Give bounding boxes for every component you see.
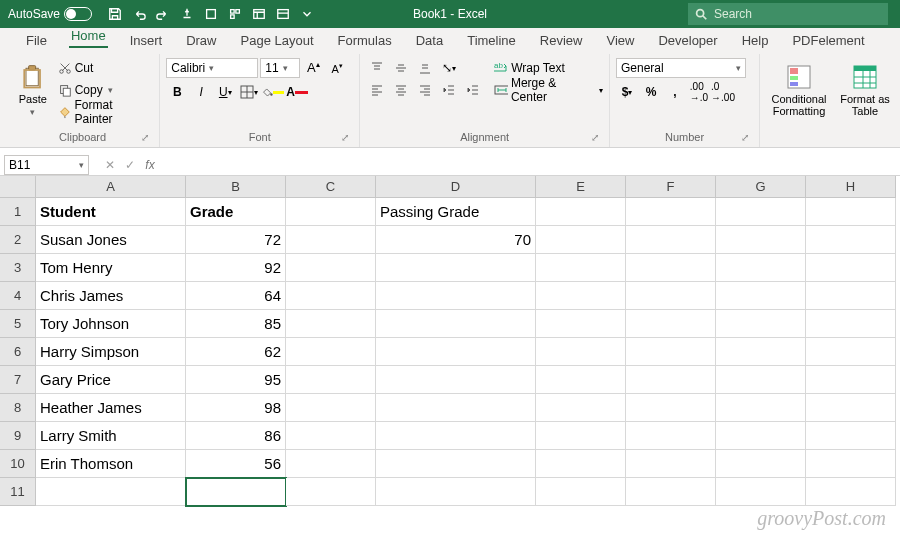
number-format-combo[interactable]: General▾ [616,58,746,78]
clipboard-launcher-icon[interactable]: ⤢ [141,132,149,143]
cell[interactable]: 64 [186,282,286,310]
cancel-formula-icon[interactable]: ✕ [101,158,119,172]
paste-button[interactable]: Paste ▾ [12,58,54,122]
cell[interactable]: Gary Price [36,366,186,394]
cell[interactable] [536,478,626,506]
cell[interactable]: Erin Thomson [36,450,186,478]
cell[interactable] [806,282,896,310]
orientation-icon[interactable]: ⤡▾ [438,58,460,78]
cell[interactable] [286,422,376,450]
cell[interactable] [626,394,716,422]
cell[interactable] [626,366,716,394]
align-center-icon[interactable] [390,80,412,100]
cell[interactable] [806,394,896,422]
name-box[interactable]: B11▾ [4,155,89,175]
redo-icon[interactable] [152,3,174,25]
tab-help[interactable]: Help [730,29,781,54]
tab-view[interactable]: View [594,29,646,54]
number-launcher-icon[interactable]: ⤢ [741,132,749,143]
cell[interactable] [286,310,376,338]
align-left-icon[interactable] [366,80,388,100]
shrink-font-icon[interactable]: A▾ [326,58,348,78]
bold-button[interactable]: B [166,82,188,102]
font-color-button[interactable]: A [286,82,308,102]
row-header[interactable]: 4 [0,282,36,310]
tab-pdfelement[interactable]: PDFelement [780,29,876,54]
cell[interactable] [806,254,896,282]
row-header[interactable]: 10 [0,450,36,478]
spreadsheet-grid[interactable]: ABCDEFGH1StudentGradePassing Grade2Susan… [0,176,900,506]
cut-button[interactable]: Cut [58,58,154,78]
cell[interactable] [286,226,376,254]
row-header[interactable]: 2 [0,226,36,254]
column-header[interactable]: D [376,176,536,198]
cell[interactable] [536,338,626,366]
cell[interactable] [376,254,536,282]
comma-icon[interactable]: , [664,82,686,102]
copy-button[interactable]: Copy▾ [58,80,154,100]
cell[interactable] [186,478,286,506]
cell[interactable] [376,282,536,310]
fx-icon[interactable]: fx [141,158,159,172]
cell[interactable] [626,338,716,366]
cell[interactable] [376,310,536,338]
decrease-decimal-icon[interactable]: .0→.00 [712,82,734,102]
column-header[interactable]: H [806,176,896,198]
indent-increase-icon[interactable] [462,80,484,100]
cell[interactable] [806,338,896,366]
percent-icon[interactable]: % [640,82,662,102]
cell[interactable] [716,422,806,450]
cell[interactable] [806,422,896,450]
cell[interactable] [286,254,376,282]
cell[interactable] [286,282,376,310]
row-header[interactable]: 6 [0,338,36,366]
cell[interactable] [286,338,376,366]
cell[interactable] [376,338,536,366]
cell[interactable] [536,198,626,226]
merge-center-button[interactable]: Merge & Center▾ [494,80,603,100]
cell[interactable] [716,338,806,366]
column-header[interactable]: B [186,176,286,198]
tab-pagelayout[interactable]: Page Layout [229,29,326,54]
tab-formulas[interactable]: Formulas [326,29,404,54]
cell[interactable] [376,422,536,450]
cell[interactable] [806,198,896,226]
search-box[interactable] [688,3,888,25]
cell[interactable] [626,254,716,282]
row-header[interactable]: 8 [0,394,36,422]
cell[interactable]: 85 [186,310,286,338]
cell[interactable] [626,478,716,506]
cell[interactable] [536,254,626,282]
cell[interactable] [716,226,806,254]
cell[interactable] [626,282,716,310]
tab-file[interactable]: File [14,29,59,54]
tab-draw[interactable]: Draw [174,29,228,54]
format-as-table-button[interactable]: Format as Table [836,58,894,122]
row-header[interactable]: 7 [0,366,36,394]
cell[interactable] [286,198,376,226]
tab-home[interactable]: Home [59,24,118,54]
cell[interactable] [716,366,806,394]
cell[interactable] [286,450,376,478]
alignment-launcher-icon[interactable]: ⤢ [591,132,599,143]
row-header[interactable]: 3 [0,254,36,282]
qat7-icon[interactable] [248,3,270,25]
cell[interactable]: 72 [186,226,286,254]
cell[interactable] [536,450,626,478]
cell[interactable] [716,450,806,478]
cell[interactable] [716,254,806,282]
cell[interactable] [806,478,896,506]
cell[interactable] [716,282,806,310]
cell[interactable]: 86 [186,422,286,450]
indent-decrease-icon[interactable] [438,80,460,100]
align-right-icon[interactable] [414,80,436,100]
column-header[interactable]: F [626,176,716,198]
cell[interactable] [626,198,716,226]
cell[interactable] [626,450,716,478]
cell[interactable]: Larry Smith [36,422,186,450]
cell[interactable] [716,394,806,422]
cell[interactable] [806,310,896,338]
qat-more-icon[interactable] [296,3,318,25]
cell[interactable] [536,310,626,338]
column-header[interactable]: A [36,176,186,198]
